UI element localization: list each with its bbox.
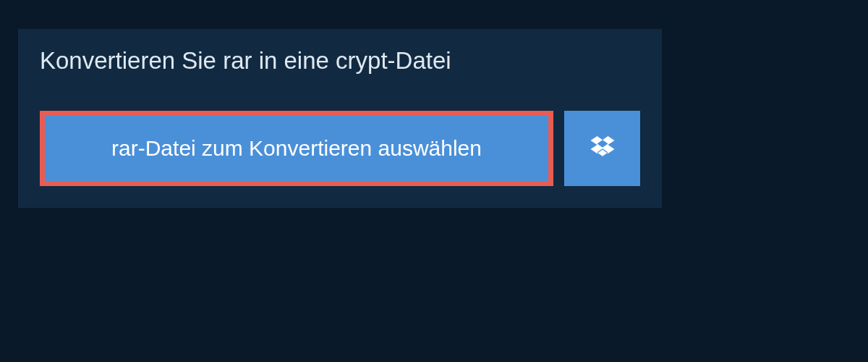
- page-title: Konvertieren Sie rar in eine crypt-Datei: [18, 29, 662, 93]
- dropbox-icon: [590, 134, 616, 163]
- button-row: rar-Datei zum Konvertieren auswählen: [18, 93, 662, 208]
- converter-panel: Konvertieren Sie rar in eine crypt-Datei…: [18, 29, 662, 208]
- select-file-button-label: rar-Datei zum Konvertieren auswählen: [111, 136, 482, 161]
- select-file-button[interactable]: rar-Datei zum Konvertieren auswählen: [40, 111, 553, 186]
- dropbox-button[interactable]: [564, 111, 640, 186]
